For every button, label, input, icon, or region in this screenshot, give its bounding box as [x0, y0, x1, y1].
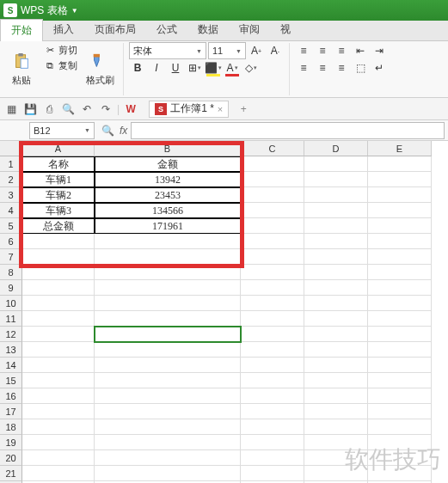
- row-header-5[interactable]: 5: [0, 218, 22, 234]
- cell-B18[interactable]: [95, 419, 241, 435]
- cell-E12[interactable]: [368, 327, 432, 342]
- select-all-corner[interactable]: [0, 141, 22, 156]
- row-header-17[interactable]: 17: [0, 404, 22, 419]
- cell-D11[interactable]: [304, 311, 368, 327]
- col-header-E[interactable]: E: [368, 141, 432, 156]
- qa-save-icon[interactable]: 💾: [22, 101, 38, 117]
- cell-C11[interactable]: [241, 311, 304, 327]
- cell-A8[interactable]: [22, 265, 95, 280]
- cell-B15[interactable]: [95, 373, 241, 388]
- cell-A7[interactable]: [22, 249, 95, 265]
- row-header-2[interactable]: 2: [0, 172, 22, 187]
- cell-D18[interactable]: [304, 419, 368, 435]
- row-header-13[interactable]: 13: [0, 342, 22, 358]
- cell-E15[interactable]: [368, 373, 432, 388]
- align-top-button[interactable]: ≡: [295, 42, 312, 59]
- cell-E19[interactable]: [368, 435, 432, 450]
- cell-C2[interactable]: [241, 172, 304, 187]
- cell-C13[interactable]: [241, 342, 304, 358]
- row-header-18[interactable]: 18: [0, 419, 22, 435]
- col-header-C[interactable]: C: [241, 141, 304, 156]
- cell-C5[interactable]: [241, 218, 304, 234]
- cell-D7[interactable]: [304, 249, 368, 265]
- name-box[interactable]: B12 ▼: [29, 122, 95, 139]
- row-header-11[interactable]: 11: [0, 311, 22, 327]
- cell-C21[interactable]: [241, 466, 304, 481]
- cell-C12[interactable]: [241, 327, 304, 342]
- cell-B10[interactable]: [95, 296, 241, 311]
- cell-D16[interactable]: [304, 388, 368, 404]
- cell-A3[interactable]: 车辆2: [22, 187, 95, 203]
- cell-C17[interactable]: [241, 404, 304, 419]
- indent-dec-button[interactable]: ⇤: [352, 42, 369, 59]
- formula-input[interactable]: [131, 122, 445, 139]
- fx-icon[interactable]: fx: [120, 125, 127, 137]
- cell-E7[interactable]: [368, 249, 432, 265]
- cut-button[interactable]: ✂ 剪切: [41, 43, 80, 58]
- menu-tab-6[interactable]: 视: [270, 19, 301, 40]
- cell-D9[interactable]: [304, 280, 368, 296]
- cell-D5[interactable]: [304, 218, 368, 234]
- qa-new-icon[interactable]: ▦: [3, 101, 19, 117]
- cell-B7[interactable]: [95, 249, 241, 265]
- row-header-1[interactable]: 1: [0, 156, 22, 172]
- merge-button[interactable]: ⬚: [352, 59, 369, 76]
- cell-A13[interactable]: [22, 342, 95, 358]
- menu-tab-0[interactable]: 开始: [0, 19, 43, 41]
- cell-D19[interactable]: [304, 435, 368, 450]
- cell-C4[interactable]: [241, 203, 304, 218]
- qa-preview-icon[interactable]: 🔍: [60, 101, 76, 117]
- underline-button[interactable]: U: [167, 59, 184, 76]
- cell-A15[interactable]: [22, 373, 95, 388]
- cell-D10[interactable]: [304, 296, 368, 311]
- row-header-16[interactable]: 16: [0, 388, 22, 404]
- row-header-8[interactable]: 8: [0, 265, 22, 280]
- cell-C8[interactable]: [241, 265, 304, 280]
- cell-C6[interactable]: [241, 234, 304, 249]
- row-header-21[interactable]: 21: [0, 466, 22, 481]
- cell-E3[interactable]: [368, 187, 432, 203]
- cell-C20[interactable]: [241, 450, 304, 466]
- cell-B3[interactable]: 23453: [95, 187, 241, 203]
- cell-E16[interactable]: [368, 388, 432, 404]
- cell-A1[interactable]: 名称: [22, 156, 95, 172]
- cell-B2[interactable]: 13942: [95, 172, 241, 187]
- cell-A21[interactable]: [22, 466, 95, 481]
- cell-D14[interactable]: [304, 358, 368, 373]
- row-header-6[interactable]: 6: [0, 234, 22, 249]
- align-left-button[interactable]: ≡: [295, 59, 312, 76]
- cell-A12[interactable]: [22, 327, 95, 342]
- row-header-9[interactable]: 9: [0, 280, 22, 296]
- cell-E5[interactable]: [368, 218, 432, 234]
- indent-inc-button[interactable]: ⇥: [371, 42, 388, 59]
- col-header-B[interactable]: B: [95, 141, 241, 156]
- cell-E2[interactable]: [368, 172, 432, 187]
- cell-B6[interactable]: [95, 234, 241, 249]
- cell-B17[interactable]: [95, 404, 241, 419]
- cell-C16[interactable]: [241, 388, 304, 404]
- cell-E8[interactable]: [368, 265, 432, 280]
- search-icon[interactable]: 🔍: [101, 125, 114, 137]
- cell-A17[interactable]: [22, 404, 95, 419]
- cell-E20[interactable]: [368, 450, 432, 466]
- cell-D15[interactable]: [304, 373, 368, 388]
- align-middle-button[interactable]: ≡: [314, 42, 331, 59]
- font-color-button[interactable]: A ▾: [224, 59, 241, 76]
- paste-button[interactable]: 粘贴: [3, 43, 40, 95]
- qa-undo-icon[interactable]: ↶: [79, 101, 95, 117]
- align-bottom-button[interactable]: ≡: [333, 42, 350, 59]
- format-painter-button[interactable]: 格式刷: [82, 43, 118, 95]
- cell-B21[interactable]: [95, 466, 241, 481]
- cell-D17[interactable]: [304, 404, 368, 419]
- document-tab[interactable]: S 工作簿1 * ×: [149, 101, 229, 118]
- cell-A11[interactable]: [22, 311, 95, 327]
- cell-E14[interactable]: [368, 358, 432, 373]
- cell-E17[interactable]: [368, 404, 432, 419]
- cell-B9[interactable]: [95, 280, 241, 296]
- row-header-10[interactable]: 10: [0, 296, 22, 311]
- font-size-select[interactable]: 11 ▼: [208, 42, 246, 59]
- cell-B14[interactable]: [95, 358, 241, 373]
- cell-B8[interactable]: [95, 265, 241, 280]
- cell-A6[interactable]: [22, 234, 95, 249]
- cell-E1[interactable]: [368, 156, 432, 172]
